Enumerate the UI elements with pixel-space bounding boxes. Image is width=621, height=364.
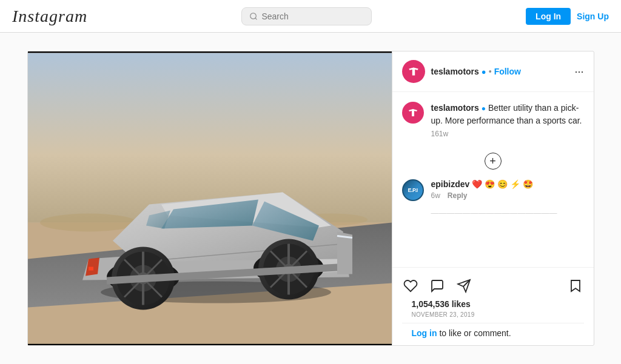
post-container: teslamotors ● • Follow ··· xyxy=(27,51,594,346)
login-button[interactable]: Log In xyxy=(526,8,571,25)
svg-line-1 xyxy=(255,18,257,19)
app-logo: Instagram xyxy=(12,7,87,26)
caption-verified: ● xyxy=(482,104,486,113)
post-image xyxy=(28,51,392,345)
login-prompt-suffix: to like or comment. xyxy=(437,328,511,338)
svg-marker-43 xyxy=(571,280,580,291)
plus-icon: + xyxy=(489,155,496,168)
save-button[interactable] xyxy=(567,277,584,294)
share-button[interactable] xyxy=(455,277,472,294)
caption-avatar[interactable] xyxy=(402,102,424,124)
caption-username[interactable]: teslamotors xyxy=(431,103,479,113)
action-buttons-row xyxy=(402,273,584,299)
page-content: teslamotors ● • Follow ··· xyxy=(0,33,621,364)
post-header: teslamotors ● • Follow ··· xyxy=(392,51,594,92)
comment-emoji-text: ❤️ 😍 😊 ⚡ 🤩 xyxy=(472,179,533,189)
post-header-info: teslamotors ● • Follow xyxy=(431,67,569,76)
share-icon xyxy=(457,279,471,293)
comment-time: 6w xyxy=(431,191,440,200)
caption-tesla-logo xyxy=(407,107,419,119)
heart-icon xyxy=(403,279,418,293)
caption-content: teslamotors ● Better utility than a pick… xyxy=(431,102,584,138)
comment-icon xyxy=(430,279,445,293)
load-more-comments-button[interactable]: + xyxy=(485,153,502,170)
caption-row: teslamotors ● Better utility than a pick… xyxy=(402,102,584,138)
post-actions: 1,054,536 likes November 23, 2019 Log in… xyxy=(392,267,594,345)
svg-rect-3 xyxy=(28,53,392,223)
tesla-logo xyxy=(407,65,420,78)
post-body: teslamotors ● Better utility than a pick… xyxy=(392,92,594,267)
caption-timestamp: 161w xyxy=(431,130,584,138)
svg-point-0 xyxy=(250,13,257,19)
comment-username[interactable]: epibizdev xyxy=(431,179,470,189)
comment-meta: 6w Reply xyxy=(431,191,584,200)
next-comment-hint: ———————————————— xyxy=(402,208,584,223)
comment-avatar-epibizdev[interactable]: E.P.I xyxy=(402,179,424,201)
post-right-panel: teslamotors ● • Follow ··· xyxy=(392,51,594,345)
header-actions: Log In Sign Up xyxy=(526,8,609,25)
login-prompt: Log in to like or comment. xyxy=(402,323,584,345)
likes-count: 1,054,536 likes xyxy=(402,299,584,309)
signup-button[interactable]: Sign Up xyxy=(577,12,609,21)
post-user-avatar[interactable] xyxy=(402,60,425,83)
epi-avatar-text: E.P.I xyxy=(408,187,418,193)
post-date: November 23, 2019 xyxy=(402,311,584,318)
comment-content: epibizdev ❤️ 😍 😊 ⚡ 🤩 6w Reply xyxy=(431,179,584,200)
header-dot-separator: • xyxy=(489,67,492,76)
comment-button[interactable] xyxy=(429,277,446,294)
search-icon xyxy=(249,12,258,21)
comment-reply-button[interactable]: Reply xyxy=(448,191,468,200)
load-more-row: + xyxy=(402,148,584,174)
post-username[interactable]: teslamotors xyxy=(431,67,479,76)
app-header: Instagram Log In Sign Up xyxy=(0,0,621,33)
caption-text: teslamotors ● Better utility than a pick… xyxy=(431,102,584,127)
like-button[interactable] xyxy=(402,277,419,294)
verified-badge: ● xyxy=(482,67,486,76)
bookmark-icon xyxy=(568,279,583,293)
svg-rect-40 xyxy=(89,267,93,271)
comment-row: E.P.I epibizdev ❤️ 😍 😊 ⚡ 🤩 6w Reply xyxy=(402,179,584,201)
svg-point-7 xyxy=(40,214,137,232)
more-options-button[interactable]: ··· xyxy=(574,65,583,78)
ellipsis-icon: ··· xyxy=(574,65,583,78)
login-link[interactable]: Log in xyxy=(412,328,437,338)
comment-text: epibizdev ❤️ 😍 😊 ⚡ 🤩 xyxy=(431,179,584,189)
cybertruck-image xyxy=(28,51,392,345)
search-bar[interactable] xyxy=(241,7,372,25)
search-input[interactable] xyxy=(261,12,364,21)
follow-button[interactable]: Follow xyxy=(494,67,521,76)
